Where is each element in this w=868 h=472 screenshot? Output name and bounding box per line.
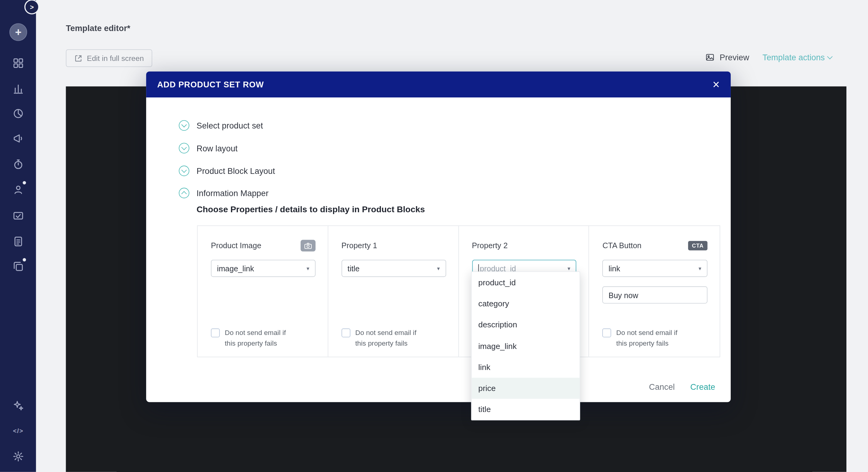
- modal-footer: Cancel Create: [649, 382, 715, 392]
- dropdown-option-highlighted[interactable]: price: [472, 378, 580, 399]
- app-root: + <: [0, 0, 868, 472]
- contacts-icon[interactable]: [11, 183, 25, 196]
- section-label: Information Mapper: [196, 188, 269, 198]
- section-select-product-set[interactable]: Select product set: [179, 119, 263, 131]
- expand-icon: [74, 54, 83, 62]
- template-actions-button[interactable]: Template actions: [763, 53, 832, 62]
- selected-value: title: [347, 264, 360, 273]
- section-row-layout[interactable]: Row layout: [179, 142, 238, 154]
- preview-button[interactable]: Preview: [705, 53, 749, 62]
- property-mapper-panel: Product Image image_link ▾ Do not send e…: [197, 225, 720, 357]
- dashboard-icon[interactable]: [11, 57, 25, 70]
- dropdown-option[interactable]: link: [472, 357, 580, 378]
- preview-label: Preview: [720, 53, 749, 62]
- cta-property-select[interactable]: link ▾: [602, 260, 707, 277]
- megaphone-icon[interactable]: [11, 132, 25, 145]
- checkbox-label: Do not send email if this property fails: [616, 328, 689, 349]
- pages-icon[interactable]: [11, 260, 25, 273]
- column-cta-button: CTA Button CTA link ▾ Buy now Do not sen…: [589, 226, 720, 357]
- property1-select[interactable]: title ▾: [341, 260, 446, 277]
- section-label: Row layout: [196, 143, 238, 153]
- chevron-down-icon: ▾: [437, 265, 440, 271]
- column-label: Property 1: [341, 241, 377, 250]
- section-label: Select product set: [196, 121, 263, 130]
- dropdown-option[interactable]: image_link: [472, 335, 580, 356]
- section-product-block-layout[interactable]: Product Block Layout: [179, 165, 275, 177]
- add-button[interactable]: +: [9, 23, 27, 41]
- pie-chart-icon[interactable]: [11, 107, 25, 120]
- edit-fullscreen-label: Edit in full screen: [87, 54, 144, 62]
- do-not-send-checkbox[interactable]: [211, 329, 220, 337]
- section-label: Product Block Layout: [196, 166, 275, 175]
- selected-value: image_link: [217, 264, 254, 273]
- checkbox-label: Do not send email if this property fails: [225, 328, 298, 349]
- section-information-mapper[interactable]: Information Mapper: [179, 187, 269, 199]
- cta-badge: CTA: [688, 241, 708, 250]
- chevron-down-icon: ▾: [568, 265, 570, 271]
- chevron-down-icon: [179, 165, 189, 176]
- column-label: CTA Button: [602, 241, 641, 250]
- cancel-button[interactable]: Cancel: [649, 382, 675, 392]
- chevron-down-icon: ▾: [699, 265, 701, 271]
- topbar-actions: Preview Template actions: [705, 53, 832, 62]
- dropdown-option[interactable]: category: [472, 293, 580, 314]
- property2-dropdown-menu: product_id category description image_li…: [471, 271, 580, 420]
- timer-icon[interactable]: [11, 158, 25, 171]
- settings-gear-icon[interactable]: [11, 450, 25, 463]
- sparkle-icon[interactable]: [11, 399, 25, 412]
- template-actions-label: Template actions: [763, 53, 825, 62]
- document-icon[interactable]: [11, 235, 25, 248]
- chevron-down-icon: ▾: [307, 265, 309, 271]
- chevron-down-icon: [179, 143, 189, 153]
- page-title: Template editor*: [66, 23, 130, 33]
- column-property-1: Property 1 title ▾ Do not send email if …: [328, 226, 459, 357]
- dropdown-option[interactable]: product_id: [472, 272, 580, 293]
- code-icon[interactable]: </>: [11, 424, 25, 438]
- dropdown-option[interactable]: title: [472, 399, 580, 420]
- chevron-down-icon: [179, 120, 189, 130]
- product-image-select[interactable]: image_link ▾: [211, 260, 315, 277]
- cta-text-input[interactable]: Buy now: [602, 286, 707, 303]
- camera-icon: [300, 240, 315, 251]
- notification-dot: [23, 258, 26, 262]
- sidebar-collapse-toggle[interactable]: >: [24, 0, 39, 14]
- do-not-send-checkbox[interactable]: [602, 329, 611, 337]
- modal-title: ADD PRODUCT SET ROW: [157, 80, 264, 89]
- notification-dot: [23, 181, 26, 184]
- sidebar: + <: [0, 0, 36, 472]
- bar-chart-icon[interactable]: [11, 82, 25, 95]
- edit-fullscreen-button[interactable]: Edit in full screen: [66, 49, 152, 67]
- chevron-down-icon: [827, 54, 833, 59]
- dropdown-option[interactable]: description: [472, 314, 580, 335]
- mapper-heading: Choose Properties / details to display i…: [196, 204, 425, 214]
- add-product-set-row-modal: ADD PRODUCT SET ROW × Select product set…: [146, 71, 731, 402]
- modal-header: ADD PRODUCT SET ROW ×: [146, 71, 731, 97]
- cta-text-value: Buy now: [609, 291, 638, 299]
- selected-value: link: [609, 264, 620, 273]
- checkbox-label: Do not send email if this property fails: [355, 328, 428, 349]
- column-label: Product Image: [211, 241, 261, 250]
- chevron-up-icon: [179, 187, 189, 198]
- image-preview-icon: [705, 53, 715, 62]
- messages-icon[interactable]: [11, 209, 25, 223]
- column-product-image: Product Image image_link ▾ Do not send e…: [197, 226, 328, 357]
- close-icon[interactable]: ×: [712, 78, 719, 90]
- do-not-send-checkbox[interactable]: [341, 329, 350, 337]
- create-button[interactable]: Create: [690, 382, 715, 392]
- column-label: Property 2: [472, 241, 508, 250]
